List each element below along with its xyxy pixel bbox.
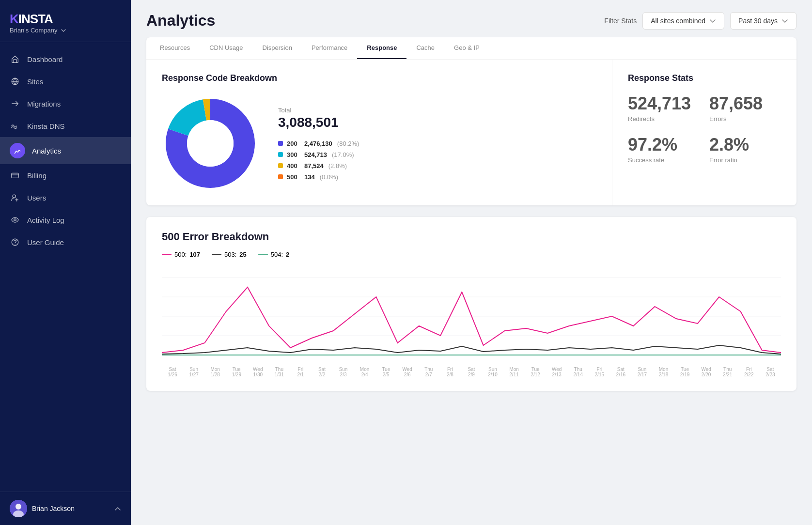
x-label-20: Fri2/15 xyxy=(589,367,610,377)
legend-code-200: 200 xyxy=(287,140,300,147)
stats-grid: 524,713 Redirects 87,658 Errors 97.2% Su… xyxy=(628,95,781,164)
user-profile[interactable]: Brian Jackson xyxy=(10,500,75,517)
stat-value-success-rate: 97.2% xyxy=(628,136,700,154)
legend-dot-500 xyxy=(278,174,283,179)
stat-error-ratio: 2.8% Error ratio xyxy=(709,136,781,164)
error-503-count: 25 xyxy=(239,251,246,258)
x-label-16: Mon2/11 xyxy=(503,367,525,377)
error-breakdown-title: 500 Error Breakdown xyxy=(162,231,781,243)
sidebar-item-activity-log[interactable]: Activity Log xyxy=(0,209,131,231)
arrow-right-icon xyxy=(10,98,20,109)
stat-errors: 87,658 Errors xyxy=(709,95,781,123)
x-label-13: Fri2/8 xyxy=(439,367,461,377)
tab-resources[interactable]: Resources xyxy=(150,37,200,59)
sidebar-item-sites[interactable]: Sites xyxy=(0,70,131,93)
analytics-panel: Resources CDN Usage Dispersion Performan… xyxy=(146,37,796,205)
x-label-26: Thu2/21 xyxy=(717,367,738,377)
waves-icon xyxy=(10,121,20,131)
svg-point-5 xyxy=(15,244,15,244)
x-label-18: Wed2/13 xyxy=(546,367,567,377)
x-label-4: Wed1/30 xyxy=(247,367,268,377)
total-value: 3,088,501 xyxy=(278,115,596,130)
stat-label-success-rate: Success rate xyxy=(628,156,700,164)
sidebar-item-dashboard[interactable]: Dashboard xyxy=(0,48,131,70)
tab-dispersion[interactable]: Dispersion xyxy=(253,37,302,59)
nav-label-billing: Billing xyxy=(27,171,47,180)
card-icon xyxy=(10,170,20,181)
x-label-14: Sat2/9 xyxy=(461,367,482,377)
x-label-5: Thu1/31 xyxy=(268,367,290,377)
legend-dot-200 xyxy=(278,141,283,146)
legend-pct-400: (2.8%) xyxy=(328,162,347,170)
x-label-12: Thu2/7 xyxy=(418,367,439,377)
error-breakdown-card: 500 Error Breakdown 500: 107 503: 25 504… xyxy=(146,217,796,391)
x-label-27: Fri2/22 xyxy=(738,367,760,377)
site-filter-dropdown[interactable]: All sites combined xyxy=(642,12,724,30)
main-header: Analytics Filter Stats All sites combine… xyxy=(131,0,812,37)
stat-label-error-ratio: Error ratio xyxy=(709,156,781,164)
x-label-10: Tue2/5 xyxy=(375,367,397,377)
tab-geo-ip[interactable]: Geo & IP xyxy=(444,37,489,59)
chart-icon xyxy=(10,143,25,158)
company-selector[interactable]: Brian's Company xyxy=(10,27,121,34)
sidebar-item-billing[interactable]: Billing xyxy=(0,164,131,186)
stat-redirects: 524,713 Redirects xyxy=(628,95,700,123)
page-title: Analytics xyxy=(146,12,215,30)
x-label-19: Thu2/14 xyxy=(567,367,589,377)
error-legend-504: 504: 2 xyxy=(258,251,290,258)
x-label-6: Fri2/1 xyxy=(290,367,311,377)
sub-tabs: Resources CDN Usage Dispersion Performan… xyxy=(146,37,796,60)
svg-point-7 xyxy=(16,504,21,510)
globe-icon xyxy=(10,76,20,87)
sidebar-item-migrations[interactable]: Migrations xyxy=(0,93,131,115)
legend-line-500 xyxy=(162,254,172,255)
x-label-11: Wed2/6 xyxy=(397,367,418,377)
stat-value-error-ratio: 2.8% xyxy=(709,136,781,154)
sidebar-item-users[interactable]: Users xyxy=(0,186,131,209)
time-filter-dropdown[interactable]: Past 30 days xyxy=(730,12,796,30)
chart-legend: Total 3,088,501 200 2,476,130 (80.2%) xyxy=(278,107,596,181)
tab-cdn-usage[interactable]: CDN Usage xyxy=(200,37,252,59)
error-legend: 500: 107 503: 25 504: 2 xyxy=(162,251,781,258)
x-label-25: Wed2/20 xyxy=(696,367,717,377)
stat-label-errors: Errors xyxy=(709,115,781,123)
legend-item-400: 400 87,524 (2.8%) xyxy=(278,162,596,170)
sidebar-logo: KINSTA xyxy=(10,12,121,27)
response-code-breakdown-card: Response Code Breakdown xyxy=(146,60,612,205)
nav-label-dashboard: Dashboard xyxy=(27,55,62,63)
error-503-label: 503: xyxy=(224,251,236,258)
svg-point-2 xyxy=(13,195,16,198)
house-icon xyxy=(10,54,20,64)
sidebar-item-analytics[interactable]: Analytics xyxy=(0,137,131,164)
chevron-down-icon xyxy=(61,28,66,33)
legend-pct-200: (80.2%) xyxy=(337,140,359,147)
error-legend-503: 503: 25 xyxy=(212,251,247,258)
tab-cache[interactable]: Cache xyxy=(406,37,444,59)
nav-label-activity-log: Activity Log xyxy=(27,216,64,224)
x-label-2: Mon1/28 xyxy=(204,367,226,377)
legend-pct-300: (17.0%) xyxy=(332,151,354,158)
legend-count-300: 524,713 xyxy=(304,151,327,158)
total-label: Total xyxy=(278,107,596,114)
nav-label-migrations: Migrations xyxy=(27,100,61,108)
logo-icon: K xyxy=(10,12,18,26)
legend-items: 200 2,476,130 (80.2%) 300 524,713 (17.0%… xyxy=(278,140,596,181)
line-chart xyxy=(162,268,781,365)
filter-label: Filter Stats xyxy=(604,17,637,25)
eye-icon xyxy=(10,215,20,225)
tab-response[interactable]: Response xyxy=(357,37,406,59)
legend-item-200: 200 2,476,130 (80.2%) xyxy=(278,140,596,147)
nav-label-user-guide: User Guide xyxy=(27,238,64,247)
response-stats-title: Response Stats xyxy=(628,73,781,83)
time-filter-value: Past 30 days xyxy=(738,17,778,25)
sidebar-item-kinsta-dns[interactable]: Kinsta DNS xyxy=(0,115,131,137)
legend-dot-400 xyxy=(278,163,283,168)
tab-performance[interactable]: Performance xyxy=(302,37,357,59)
line-503 xyxy=(162,345,781,354)
error-500-count: 107 xyxy=(189,251,200,258)
legend-line-503 xyxy=(212,254,221,255)
charts-row: Response Code Breakdown xyxy=(146,60,796,205)
sidebar-item-user-guide[interactable]: User Guide xyxy=(0,231,131,253)
nav-label-analytics: Analytics xyxy=(32,147,61,155)
nav-label-sites: Sites xyxy=(27,77,43,86)
